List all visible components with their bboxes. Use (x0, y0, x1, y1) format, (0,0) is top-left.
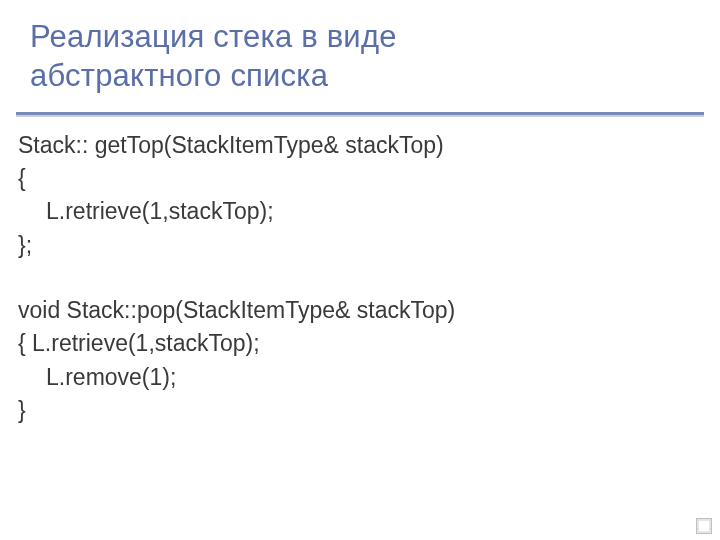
code-line-3: L.retrieve(1,stackTop); (18, 195, 702, 228)
code-line-2: { (18, 162, 702, 195)
title-line-1: Реализация стека в виде (30, 19, 397, 54)
code-line-4: }; (18, 229, 702, 262)
code-line-7: L.remove(1); (18, 361, 702, 394)
blank-line (18, 262, 702, 294)
slide: Реализация стека в виде абстрактного спи… (0, 0, 720, 540)
code-line-8: } (18, 394, 702, 427)
title-line-2: абстрактного списка (30, 58, 328, 93)
slide-body: Stack:: getTop(StackItemType& stackTop) … (0, 117, 720, 428)
code-line-6: { L.retrieve(1,stackTop); (18, 327, 702, 360)
title-block: Реализация стека в виде абстрактного спи… (0, 0, 720, 106)
slide-title: Реализация стека в виде абстрактного спи… (30, 18, 690, 96)
corner-decor-icon (696, 518, 712, 534)
code-line-5: void Stack::pop(StackItemType& stackTop) (18, 294, 702, 327)
code-line-1: Stack:: getTop(StackItemType& stackTop) (18, 129, 702, 162)
